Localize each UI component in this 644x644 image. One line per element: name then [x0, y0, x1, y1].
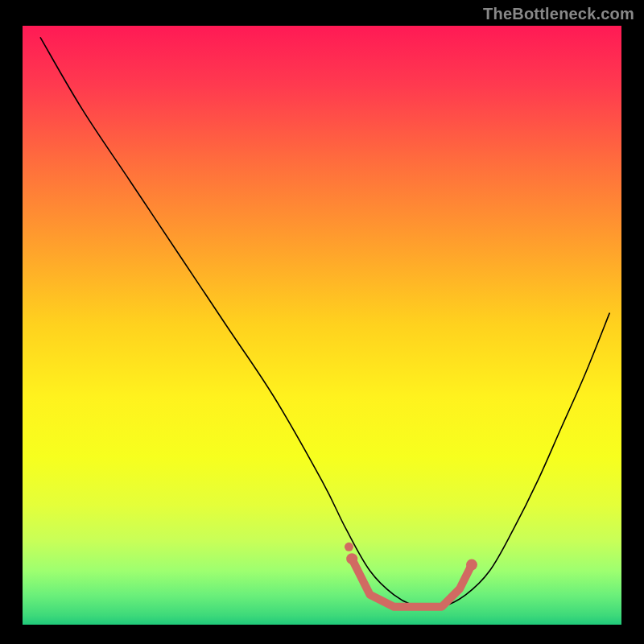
highlight-endpoint: [466, 559, 477, 571]
highlight-leading-dot: [345, 543, 353, 551]
chart-svg: [0, 0, 644, 644]
highlight-endpoint: [346, 553, 357, 564]
watermark-text: TheBottleneck.com: [483, 5, 634, 23]
chart-stage: TheBottleneck.com: [0, 0, 644, 644]
plot-background: [23, 26, 621, 625]
